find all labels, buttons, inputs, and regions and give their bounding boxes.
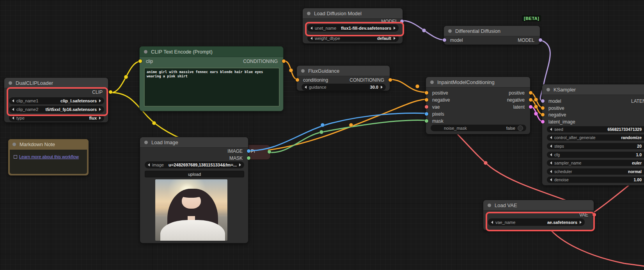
node-differential-diffusion[interactable]: Differential Diffusion model MODEL xyxy=(444,25,540,45)
widget-next-icon[interactable] xyxy=(99,116,101,120)
widget-vae-name[interactable]: vae_name ae.safetensors xyxy=(488,218,585,226)
widget-image-file[interactable]: image u=2482697689,1381151334&fm=... xyxy=(145,161,244,168)
widget-next-icon[interactable] xyxy=(239,163,241,166)
widget-prev-icon[interactable] xyxy=(148,163,150,166)
output-slot-mask[interactable] xyxy=(247,156,250,160)
widget-prev-icon[interactable] xyxy=(491,221,493,224)
wire-latent-to-ksampler[interactable] xyxy=(530,106,542,121)
input-slot-mask[interactable] xyxy=(425,119,428,123)
node-title-bar[interactable]: CLIP Text Encode (Prompt) xyxy=(140,46,283,57)
widget-scheduler[interactable]: scheduler normal xyxy=(547,168,644,175)
node-title-bar[interactable]: Load Diffusion Model xyxy=(303,8,403,19)
widget-prev-icon[interactable] xyxy=(12,108,14,111)
link-dot xyxy=(415,84,419,88)
node-markdown-note[interactable]: Markdown Note Learn more about this work… xyxy=(8,139,89,176)
input-slot-negative[interactable] xyxy=(541,113,545,116)
input-slot-negative[interactable] xyxy=(425,98,428,102)
node-load-vae[interactable]: Load VAE VAE vae_name ae.safetensors xyxy=(483,200,594,231)
widget-next-icon[interactable] xyxy=(580,221,582,224)
collapsed-node-title: Pr xyxy=(251,148,255,154)
node-title-bar[interactable]: DualCLIPLoader xyxy=(4,78,108,88)
wire-collapsed-to-negative[interactable] xyxy=(268,99,426,150)
widget-noise-mask-toggle[interactable]: noise_mask false xyxy=(431,125,526,131)
node-title-bar[interactable]: Load Image xyxy=(140,137,248,148)
input-slot-model[interactable] xyxy=(443,38,446,42)
wire-unet-to-diffdiff[interactable] xyxy=(404,21,444,40)
widget-prev-icon[interactable] xyxy=(550,136,552,139)
output-label-latent: LATENT xyxy=(631,98,644,104)
widget-prev-icon[interactable] xyxy=(550,153,552,156)
wire-fluxguidance-to-positive[interactable] xyxy=(389,79,426,92)
input-slot-conditioning[interactable] xyxy=(296,78,299,82)
widget-next-icon[interactable] xyxy=(381,86,383,89)
upload-button[interactable]: upload xyxy=(145,171,244,177)
output-slot-vae[interactable] xyxy=(593,213,596,216)
widget-clip-name1[interactable]: clip_name1 clip_l.safetensors xyxy=(9,97,104,104)
node-title: Load VAE xyxy=(495,202,517,208)
node-inpaint-model-conditioning[interactable]: InpaintModelConditioning positive negati… xyxy=(426,77,530,134)
widget-control-after-generate[interactable]: control_after_generate randomize xyxy=(547,134,644,141)
node-clip-text-encode[interactable]: CLIP Text Encode (Prompt) clip CONDITION… xyxy=(139,46,284,111)
node-flux-guidance[interactable]: FluxGuidance conditioning CONDITIONING g… xyxy=(296,65,390,91)
input-slot-model[interactable] xyxy=(541,99,545,103)
widget-clip-name2[interactable]: clip_name2 t5/t5xxl_fp16.safetensors xyxy=(9,106,104,113)
output-slot-latent[interactable] xyxy=(529,105,532,109)
widget-prev-icon[interactable] xyxy=(310,27,312,30)
node-title-bar[interactable]: Load VAE xyxy=(483,200,594,211)
workflow-help-link[interactable]: Learn more about this workflow xyxy=(14,154,83,159)
input-slot-clip[interactable] xyxy=(138,59,142,63)
output-slot-conditioning[interactable] xyxy=(389,78,392,82)
node-ksampler[interactable]: KSampler model positive negative latent_… xyxy=(542,84,644,186)
widget-steps[interactable]: steps 20 xyxy=(547,143,644,149)
input-slot-positive[interactable] xyxy=(425,91,428,95)
widget-denoise[interactable]: denoise 1.00 xyxy=(547,177,644,183)
wire-textencode-to-fluxguidance[interactable] xyxy=(284,61,298,79)
wire-vae-offscreen-bottom[interactable] xyxy=(551,231,644,266)
input-slot-vae[interactable] xyxy=(425,105,428,109)
widget-next-icon[interactable] xyxy=(394,37,396,40)
node-title-bar[interactable]: Markdown Note xyxy=(8,139,89,149)
widget-sampler-name[interactable]: sampler_name euler xyxy=(547,160,644,166)
widget-prev-icon[interactable] xyxy=(12,99,14,102)
node-load-diffusion-model[interactable]: Load Diffusion Model MODEL unet_name flu… xyxy=(302,8,403,44)
node-title-bar[interactable]: FluxGuidance xyxy=(297,66,390,76)
node-dualcliploader[interactable]: DualCLIPLoader CLIP clip_name1 clip_l.sa… xyxy=(4,77,108,123)
input-slot-pixels[interactable] xyxy=(425,112,428,116)
node-title-bar[interactable]: KSampler xyxy=(542,84,644,95)
output-slot-image[interactable] xyxy=(247,149,250,153)
output-slot-model[interactable] xyxy=(539,38,542,42)
toggle-knob[interactable] xyxy=(518,125,523,131)
widget-prev-icon[interactable] xyxy=(305,86,307,89)
node-title-bar[interactable]: Differential Diffusion xyxy=(444,26,540,36)
widget-prev-icon[interactable] xyxy=(550,170,552,173)
node-load-image[interactable]: Load Image IMAGE MASK image u=2482697689… xyxy=(140,137,248,243)
output-slot-model[interactable] xyxy=(400,20,404,23)
widget-next-icon[interactable] xyxy=(99,99,101,102)
widget-prev-icon[interactable] xyxy=(550,178,552,181)
widget-prev-icon[interactable] xyxy=(12,116,14,120)
output-slot-positive[interactable] xyxy=(529,91,532,95)
node-title-bar[interactable]: InpaintModelConditioning xyxy=(426,77,530,88)
output-slot-clip[interactable] xyxy=(109,90,112,94)
widget-unet-name[interactable]: unet_name flux1-fill-dev.safetensors xyxy=(307,24,399,32)
widget-next-icon[interactable] xyxy=(99,108,101,111)
widget-weight-dtype[interactable]: weight_dtype default xyxy=(307,34,399,42)
wire-image-to-pixels[interactable] xyxy=(248,113,426,151)
input-slot-latent-image[interactable] xyxy=(541,120,545,123)
widget-guidance[interactable]: guidance 30.0 xyxy=(302,84,386,91)
widget-next-icon[interactable] xyxy=(394,27,396,30)
widget-cfg[interactable]: cfg 1.0 xyxy=(547,152,644,158)
prompt-textarea[interactable]: anime girl with massive fennec ears blon… xyxy=(144,68,280,107)
widget-type[interactable]: type flux xyxy=(9,114,104,122)
wire-mask-to-inpaint[interactable] xyxy=(270,120,426,152)
widget-prev-icon[interactable] xyxy=(550,128,552,131)
widget-prev-icon[interactable] xyxy=(550,161,552,165)
widget-seed[interactable]: seed 656821733471329 xyxy=(547,126,644,132)
input-slot-positive[interactable] xyxy=(541,106,545,110)
output-slot-conditioning[interactable] xyxy=(282,59,286,63)
collapsed-node-output-slot[interactable] xyxy=(268,150,271,154)
widget-prev-icon[interactable] xyxy=(550,145,552,148)
widget-prev-icon[interactable] xyxy=(310,37,312,40)
wire-clip-to-textencode[interactable] xyxy=(111,61,140,93)
output-slot-negative[interactable] xyxy=(529,98,532,102)
